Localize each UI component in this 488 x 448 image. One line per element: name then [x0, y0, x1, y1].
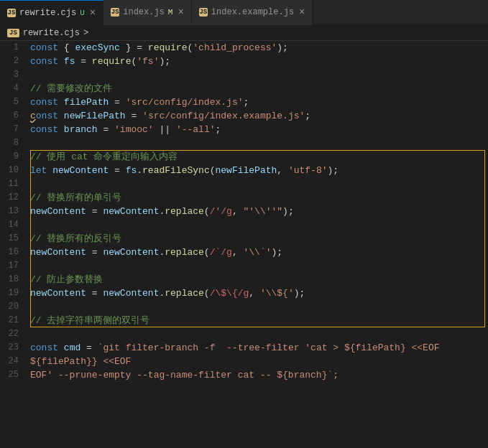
line-number: 21 — [0, 314, 30, 327]
line-content[interactable]: // 防止参数替换 — [30, 273, 488, 286]
tab-close-index[interactable]: × — [178, 6, 183, 18]
line-number: 19 — [0, 286, 30, 300]
line-content[interactable]: const fs = require('fs'); — [30, 55, 488, 68]
line-number: 1 — [0, 41, 30, 55]
tab-rewrite-cjs[interactable]: JS rewrite.cjs U × — [0, 0, 103, 25]
line-number: 18 — [0, 273, 30, 286]
code-line: 13newContent = newContent.replace(/'/g, … — [0, 205, 488, 218]
line-content[interactable]: let newContent = fs.readFileSync(newFile… — [30, 164, 488, 177]
line-number: 13 — [0, 205, 30, 218]
tab-index-js[interactable]: JS index.js M × — [103, 0, 192, 25]
code-line: 5const filePath = 'src/config/index.js'; — [0, 95, 488, 109]
breadcrumb-sep: > — [83, 28, 88, 38]
code-line: 2const fs = require('fs'); — [0, 55, 488, 68]
breadcrumb-icon: JS — [7, 29, 19, 37]
code-line: 11 — [0, 177, 488, 191]
line-content[interactable] — [30, 259, 488, 273]
line-content[interactable]: // 使用 cat 命令重定向输入内容 — [30, 150, 488, 164]
line-number: 10 — [0, 164, 30, 177]
line-content[interactable] — [30, 177, 488, 191]
code-line: 18// 防止参数替换 — [0, 273, 488, 286]
js-icon-3: JS — [199, 8, 208, 17]
line-content[interactable] — [30, 327, 488, 341]
line-number: 25 — [0, 368, 30, 382]
tab-label-example: index.example.js — [211, 7, 294, 17]
line-content[interactable]: newContent = newContent.replace(/'/g, "'… — [30, 205, 488, 218]
js-icon: JS — [7, 9, 16, 17]
code-line: 3 — [0, 68, 488, 82]
line-content[interactable]: ${filePath}} <<EOF — [30, 355, 488, 368]
code-line: 1const { execSync } = require('child_pro… — [0, 41, 488, 55]
line-number: 22 — [0, 327, 30, 341]
line-content[interactable]: const newFilePath = 'src/config/index.ex… — [30, 109, 488, 123]
code-line: 17 — [0, 259, 488, 273]
code-line: 15// 替换所有的反引号 — [0, 232, 488, 246]
code-area: 1const { execSync } = require('child_pro… — [0, 41, 488, 382]
tab-status-m: M — [168, 8, 173, 17]
line-content[interactable]: // 去掉字符串两侧的双引号 — [30, 314, 488, 327]
line-content[interactable] — [30, 136, 488, 150]
code-line: 23const cmd = `git filter-branch -f --tr… — [0, 341, 488, 355]
line-number: 7 — [0, 123, 30, 136]
line-content[interactable] — [30, 68, 488, 82]
line-number: 20 — [0, 300, 30, 314]
line-content[interactable] — [30, 300, 488, 314]
line-content[interactable]: // 需要修改的文件 — [30, 82, 488, 95]
line-number: 11 — [0, 177, 30, 191]
line-number: 2 — [0, 55, 30, 68]
code-line: 22 — [0, 327, 488, 341]
breadcrumb-file: rewrite.cjs — [23, 28, 80, 38]
js-icon-2: JS — [111, 8, 119, 17]
line-number: 5 — [0, 95, 30, 109]
code-line: 9// 使用 cat 命令重定向输入内容 — [0, 150, 488, 164]
line-number: 12 — [0, 191, 30, 205]
tab-status-u: U — [80, 9, 85, 17]
line-content[interactable]: newContent = newContent.replace(/`/g, '\… — [30, 246, 488, 259]
line-number: 14 — [0, 218, 30, 232]
code-line: 7const branch = 'imooc' || '--all'; — [0, 123, 488, 136]
code-line: 12// 替换所有的单引号 — [0, 191, 488, 205]
line-content[interactable]: const cmd = `git filter-branch -f --tree… — [30, 341, 488, 355]
line-number: 8 — [0, 136, 30, 150]
line-number: 24 — [0, 355, 30, 368]
line-number: 3 — [0, 68, 30, 82]
line-number: 4 — [0, 82, 30, 95]
code-line: 20 — [0, 300, 488, 314]
line-content[interactable]: const branch = 'imooc' || '--all'; — [30, 123, 488, 136]
code-line: 25EOF' --prune-empty --tag-name-filter c… — [0, 368, 488, 382]
line-content[interactable]: EOF' --prune-empty --tag-name-filter cat… — [30, 368, 488, 382]
line-content[interactable]: newContent = newContent.replace(/\$\{/g,… — [30, 286, 488, 300]
code-line: 4// 需要修改的文件 — [0, 82, 488, 95]
code-line: 19newContent = newContent.replace(/\$\{/… — [0, 286, 488, 300]
editor: 1const { execSync } = require('child_pro… — [0, 41, 488, 448]
code-line: 24${filePath}} <<EOF — [0, 355, 488, 368]
line-content[interactable]: // 替换所有的单引号 — [30, 191, 488, 205]
code-line: 6const newFilePath = 'src/config/index.e… — [0, 109, 488, 123]
code-line: 14 — [0, 218, 488, 232]
line-content[interactable] — [30, 218, 488, 232]
line-content[interactable]: const { execSync } = require('child_proc… — [30, 41, 488, 55]
tab-label-rewrite: rewrite.cjs — [19, 8, 76, 18]
code-line: 16newContent = newContent.replace(/`/g, … — [0, 246, 488, 259]
code-line: 21// 去掉字符串两侧的双引号 — [0, 314, 488, 327]
breadcrumb: JS rewrite.cjs > — [0, 25, 488, 41]
tab-label-index: index.js — [123, 7, 165, 17]
line-number: 9 — [0, 150, 30, 164]
line-number: 23 — [0, 341, 30, 355]
line-content[interactable]: // 替换所有的反引号 — [30, 232, 488, 246]
tab-close-rewrite[interactable]: × — [90, 7, 96, 19]
tab-close-example[interactable]: × — [299, 6, 305, 18]
tab-index-example[interactable]: JS index.example.js × — [192, 0, 313, 25]
line-number: 6 — [0, 109, 30, 123]
line-number: 15 — [0, 232, 30, 246]
tab-bar: JS rewrite.cjs U × JS index.js M × JS in… — [0, 0, 488, 25]
line-number: 17 — [0, 259, 30, 273]
line-number: 16 — [0, 246, 30, 259]
code-line: 10let newContent = fs.readFileSync(newFi… — [0, 164, 488, 177]
code-line: 8 — [0, 136, 488, 150]
line-content[interactable]: const filePath = 'src/config/index.js'; — [30, 95, 488, 109]
